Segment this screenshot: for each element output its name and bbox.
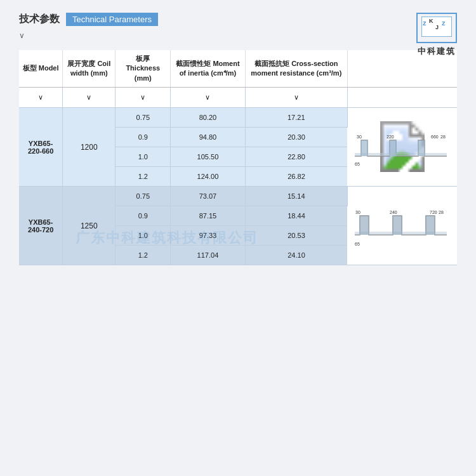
- logo-text-cn: 中科建筑: [416, 46, 457, 57]
- svg-text:660: 660: [431, 135, 439, 139]
- col-header-resistance: 截面抵抗矩 Cross-section moment resistance (c…: [245, 50, 347, 88]
- resistance-cell: 15.14: [245, 187, 347, 206]
- inertia-cell: 80.20: [171, 108, 245, 128]
- thickness-cell: 1.0: [116, 226, 171, 246]
- resistance-cell: 17.21: [245, 108, 347, 128]
- inertia-cell: 117.04: [171, 246, 245, 265]
- table-row: YXB65-220-66012000.7580.2017.21: [19, 108, 457, 128]
- resistance-cell: 26.82: [245, 167, 347, 187]
- table-header-row: 板型 Model 展开宽度 Coil width (mm) 板厚 Thickne…: [19, 50, 457, 88]
- chev-2: ∨: [63, 88, 116, 108]
- svg-rect-19: [359, 216, 369, 235]
- chev-6: [347, 88, 457, 108]
- svg-text:J: J: [435, 24, 439, 30]
- thickness-cell: 1.2: [116, 167, 171, 187]
- svg-text:z: z: [423, 19, 426, 27]
- page-container: 技术参数 Technical Parameters ∨ z K J z 中科建筑…: [0, 0, 476, 476]
- chev-1: ∨: [19, 88, 63, 108]
- model-cell: YXB65-240-720: [19, 187, 63, 265]
- col-header-thickness: 板厚 Thickness (mm): [116, 50, 171, 88]
- col-header-inertia: 截面惯性矩 Moment of inertia (cm⁴/m): [171, 50, 245, 88]
- svg-rect-9: [355, 153, 447, 156]
- thickness-cell: 0.75: [116, 187, 171, 206]
- logo-icon: z K J z: [421, 17, 452, 37]
- chev-3: ∨: [116, 88, 171, 108]
- inertia-cell: 87.15: [171, 206, 245, 226]
- resistance-cell: 20.53: [245, 226, 347, 246]
- svg-rect-11: [389, 140, 397, 156]
- col-thick-en: Thickness (mm): [126, 64, 160, 81]
- col-coil-cn: 展开宽度: [67, 60, 95, 67]
- col-header-model: 板型 Model: [19, 50, 63, 88]
- thickness-cell: 1.2: [116, 246, 171, 265]
- svg-text:z: z: [442, 19, 446, 27]
- chev-4: ∨: [171, 88, 245, 108]
- col-header-coil: 展开宽度 Coil width (mm): [63, 50, 116, 88]
- svg-rect-20: [392, 216, 402, 235]
- logo-box: z K J z: [416, 13, 457, 43]
- svg-text:30: 30: [355, 210, 360, 215]
- coil-cell: 1250: [63, 187, 116, 265]
- profile-diagram: 30 240 720 65 28: [347, 187, 457, 265]
- svg-text:240: 240: [390, 210, 397, 215]
- svg-text:720: 720: [430, 210, 437, 215]
- inertia-cell: 97.33: [171, 226, 245, 246]
- thickness-cell: 0.9: [116, 128, 171, 147]
- col-thick-cn: 板厚: [136, 55, 150, 62]
- main-table: 板型 Model 展开宽度 Coil width (mm) 板厚 Thickne…: [19, 50, 457, 265]
- profile-diagram: 30 220 660 65 28: [347, 108, 457, 187]
- svg-text:30: 30: [357, 135, 362, 139]
- svg-rect-21: [425, 216, 435, 235]
- logo-container: z K J z 中科建筑: [416, 13, 457, 57]
- english-title-box: Technical Parameters: [66, 13, 158, 26]
- svg-rect-10: [360, 140, 368, 156]
- resistance-cell: 20.30: [245, 128, 347, 147]
- col-resist-cn: 截面抵抗矩: [255, 60, 289, 67]
- chev-5: ∨: [245, 88, 347, 108]
- thickness-cell: 0.75: [116, 108, 171, 128]
- model-cell: YXB65-220-660: [19, 108, 63, 187]
- resistance-cell: 24.10: [245, 246, 347, 265]
- chevrons-row: ∨ ∨ ∨ ∨ ∨: [19, 88, 457, 108]
- svg-text:28: 28: [440, 135, 446, 139]
- svg-text:K: K: [429, 18, 433, 24]
- inertia-cell: 124.00: [171, 167, 245, 187]
- inertia-cell: 73.07: [171, 187, 245, 206]
- resistance-cell: 22.80: [245, 147, 347, 167]
- inertia-cell: 105.50: [171, 147, 245, 167]
- svg-text:65: 65: [355, 162, 360, 166]
- svg-text:28: 28: [439, 210, 444, 215]
- resistance-cell: 18.44: [245, 206, 347, 226]
- chinese-title: 技术参数: [19, 13, 60, 26]
- col-inertia-cn: 截面惯性矩: [176, 60, 211, 67]
- profile-svg-1: 30 220 660 65 28: [352, 121, 453, 172]
- col-model-en: Model: [39, 64, 59, 72]
- svg-rect-12: [418, 140, 425, 156]
- table-wrapper: 板型 Model 展开宽度 Coil width (mm) 板厚 Thickne…: [19, 50, 457, 265]
- thickness-cell: 1.0: [116, 147, 171, 167]
- coil-cell: 1200: [63, 108, 116, 187]
- inertia-cell: 94.80: [171, 128, 245, 147]
- svg-text:65: 65: [355, 242, 360, 246]
- profile-svg-2: 30 240 720 65 28: [352, 200, 453, 251]
- header-chevron[interactable]: ∨: [19, 31, 457, 40]
- col-model-cn: 板型: [23, 64, 37, 72]
- svg-text:220: 220: [387, 135, 394, 139]
- thickness-cell: 0.9: [116, 206, 171, 226]
- table-row: YXB65-240-72012500.7573.0715.14 30: [19, 187, 457, 206]
- header-section: 技术参数 Technical Parameters: [19, 13, 457, 26]
